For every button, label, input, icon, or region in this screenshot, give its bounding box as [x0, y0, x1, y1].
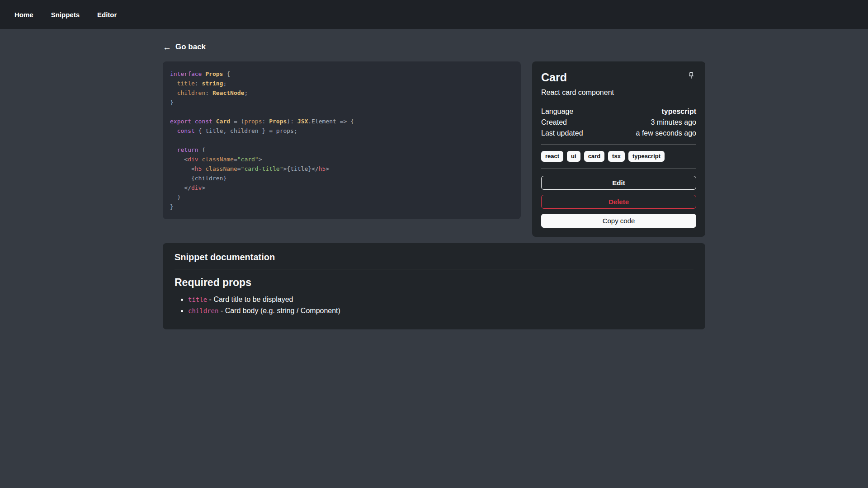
meta-value: a few seconds ago: [636, 128, 696, 139]
tag-pill-tsx: tsx: [608, 151, 625, 162]
prop-name-code: title: [188, 296, 207, 303]
prop-list-item: children - Card body (e.g. string / Comp…: [188, 305, 693, 316]
code-line: [170, 136, 514, 145]
code-line: export const Card = (props: Props): JSX.…: [170, 117, 514, 126]
meta-value: 3 minutes ago: [651, 117, 696, 128]
prop-name-code: children: [188, 307, 218, 314]
tag-pill-ui: ui: [567, 151, 580, 162]
edit-button[interactable]: Edit: [541, 176, 696, 190]
code-line: <h5 className="card-title">{title}</h5>: [170, 164, 514, 174]
nav-item-snippets[interactable]: Snippets: [51, 11, 80, 19]
code-line: return (: [170, 145, 514, 155]
go-back-link[interactable]: ← Go back: [163, 42, 206, 52]
tag-list: reactuicardtsxtypescript: [541, 151, 696, 162]
snippet-title: Card: [541, 70, 567, 84]
back-arrow-icon: ←: [163, 43, 171, 52]
code-line: </div>: [170, 183, 514, 192]
divider: [541, 168, 696, 169]
meta-row: Languagetypescript: [541, 106, 696, 117]
required-props-heading: Required props: [175, 277, 693, 289]
code-line: <div className="card">: [170, 155, 514, 164]
code-content: interface Props { title: string; childre…: [170, 69, 514, 211]
meta-row: Last updateda few seconds ago: [541, 128, 696, 139]
code-line: {children}: [170, 174, 514, 183]
divider: [175, 269, 693, 269]
navbar: HomeSnippetsEditor: [0, 0, 868, 29]
meta-label: Created: [541, 117, 567, 128]
delete-button[interactable]: Delete: [541, 195, 696, 209]
code-block: interface Props { title: string; childre…: [163, 61, 521, 219]
main-container: ← Go back interface Props { title: strin…: [163, 29, 705, 329]
meta-row: Created3 minutes ago: [541, 117, 696, 128]
code-line: children: ReactNode;: [170, 88, 514, 98]
code-line: ): [170, 192, 514, 202]
nav-item-home[interactable]: Home: [14, 11, 33, 19]
pin-icon[interactable]: [686, 70, 696, 80]
prop-list-item: title - Card title to be displayed: [188, 294, 693, 305]
meta-value: typescript: [662, 106, 696, 117]
documentation-card: Snippet documentation Required props tit…: [163, 243, 705, 329]
tag-pill-typescript: typescript: [628, 151, 665, 162]
copy-code-button[interactable]: Copy code: [541, 214, 696, 228]
code-line: title: string;: [170, 79, 514, 88]
snippet-meta: LanguagetypescriptCreated3 minutes agoLa…: [541, 106, 696, 139]
tag-pill-card: card: [584, 151, 604, 162]
meta-label: Language: [541, 106, 573, 117]
divider: [541, 144, 696, 145]
tag-pill-react: react: [541, 151, 563, 162]
meta-label: Last updated: [541, 128, 583, 139]
code-line: }: [170, 202, 514, 211]
code-line: interface Props {: [170, 69, 514, 79]
snippet-description: React card component: [541, 89, 696, 97]
code-line: const { title, children } = props;: [170, 126, 514, 136]
snippet-detail-panel: Card React card component Languagetypesc…: [532, 61, 705, 237]
code-line: [170, 107, 514, 117]
nav-item-editor[interactable]: Editor: [97, 11, 117, 19]
documentation-title: Snippet documentation: [175, 252, 693, 263]
go-back-label: Go back: [175, 42, 206, 52]
content-grid: interface Props { title: string; childre…: [163, 61, 705, 237]
code-line: }: [170, 98, 514, 107]
required-props-list: title - Card title to be displayedchildr…: [175, 294, 693, 316]
panel-header: Card: [541, 70, 696, 84]
